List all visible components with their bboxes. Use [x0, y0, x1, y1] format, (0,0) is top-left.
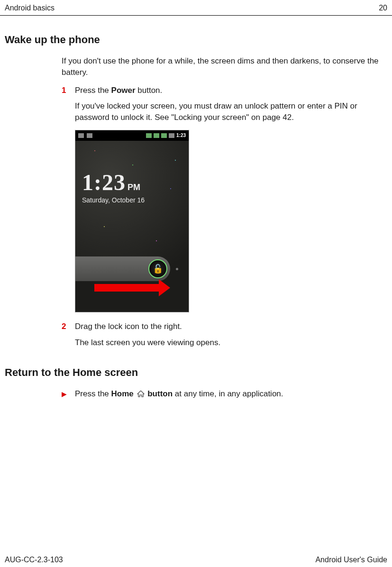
notification-icon-2 — [87, 133, 92, 138]
step-1-bold: Power — [111, 86, 136, 95]
return-text: Press the Home button at any time, in an… — [75, 388, 383, 400]
page-header: Android basics 20 — [0, 0, 392, 16]
step-2-follow: The last screen you were viewing opens. — [75, 337, 383, 348]
return-bold2: button — [146, 389, 173, 398]
step-2-text: Drag the lock icon to the right. — [75, 321, 383, 332]
slider-endpoint-dot — [176, 268, 178, 270]
unlock-slider[interactable]: 🔓 — [75, 256, 170, 281]
section-title-wake: Wake up the phone — [5, 34, 387, 46]
battery-icon — [169, 133, 174, 138]
clock-date: Saturday, October 16 — [82, 196, 145, 204]
unlock-icon: 🔓 — [153, 264, 163, 274]
return-bold1: Home — [111, 389, 134, 398]
bullet-marker: ▶ — [62, 390, 75, 399]
gps-icon — [146, 133, 152, 138]
step-1-prefix: Press the — [75, 86, 111, 95]
step-number-1: 1 — [62, 85, 75, 96]
step-1-text: Press the Power button. — [75, 85, 383, 96]
return-prefix: Press the — [75, 389, 111, 398]
section-body-wake: If you don't use the phone for a while, … — [62, 55, 383, 348]
clock-time-row: 1:23PM — [82, 169, 145, 195]
header-left: Android basics — [5, 4, 55, 12]
header-right: 20 — [379, 4, 387, 12]
status-right: 1:23 — [146, 133, 186, 138]
footer-right: Android User's Guide — [315, 556, 387, 564]
clock-time: 1:23 — [82, 170, 126, 195]
step-1-follow: If you've locked your screen, you must d… — [75, 101, 383, 123]
page-footer: AUG-CC-2.3-103 Android User's Guide — [0, 553, 392, 567]
return-suffix: at any time, in any application. — [173, 389, 283, 398]
return-bullet-step: ▶ Press the Home button at any time, in … — [62, 388, 383, 400]
status-left-icons — [78, 133, 92, 138]
instruction-arrow — [94, 284, 161, 292]
home-icon — [137, 391, 145, 397]
signal-icon — [154, 133, 159, 138]
step-1: 1 Press the Power button. — [62, 85, 383, 96]
status-time: 1:23 — [176, 133, 186, 138]
notification-icon — [78, 133, 84, 138]
unlock-circle[interactable]: 🔓 — [148, 259, 167, 278]
section-title-return: Return to the Home screen — [5, 366, 387, 379]
clock-period: PM — [128, 183, 140, 192]
section-body-return: ▶ Press the Home button at any time, in … — [62, 388, 383, 400]
intro-text: If you don't use the phone for a while, … — [62, 55, 383, 78]
lockscreen-screenshot: 1:23 1:23PM Saturday, October 16 — [75, 130, 189, 312]
step-number-2: 2 — [62, 321, 75, 332]
step-2: 2 Drag the lock icon to the right. — [62, 321, 383, 332]
lockscreen-clock: 1:23PM Saturday, October 16 — [82, 169, 145, 204]
data-icon — [161, 133, 167, 138]
step-1-suffix: button. — [136, 86, 163, 95]
page-content: Wake up the phone If you don't use the p… — [0, 34, 392, 399]
status-bar: 1:23 — [75, 130, 189, 141]
footer-left: AUG-CC-2.3-103 — [5, 556, 63, 564]
lockscreen-wallpaper: 1:23PM Saturday, October 16 🔓 — [75, 141, 189, 312]
